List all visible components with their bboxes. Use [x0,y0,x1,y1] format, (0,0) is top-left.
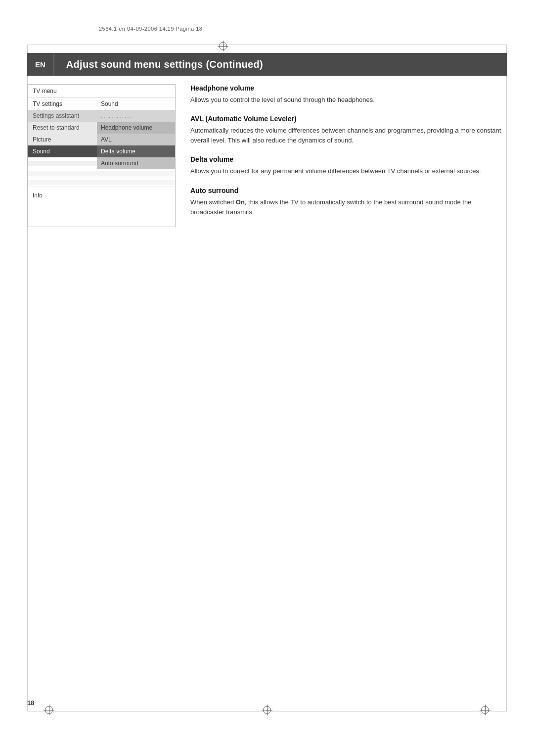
menu-left-reset: Reset to standard [28,122,97,134]
menu-right-sound: Sound [97,98,175,110]
desc-title-headphone: Headphone volume [190,84,507,92]
top-border [27,45,507,45]
desc-title-delta: Delta volume [190,155,507,163]
menu-left-empty1 [28,161,97,166]
menu-left-sound: Sound [28,145,97,157]
menu-right-headphone: Headphone volume [97,122,175,134]
desc-body-avl: Automatically reduces the volume differe… [190,126,507,145]
meta-line: 2564.1 en 04-09-2006 14:19 Pagina 18 [99,26,202,32]
content-area: TV menu TV settings Sound Settings assis… [27,84,507,227]
desc-auto-surround: Auto surround When switched On, this all… [190,187,507,217]
en-badge: EN [27,53,54,76]
tv-menu-panel: TV menu TV settings Sound Settings assis… [27,84,176,227]
desc-title-avl: AVL (Automatic Volume Leveler) [190,115,507,123]
menu-row-settings-assistant: Settings assistant ............ [28,110,175,122]
menu-row-picture: Picture AVL [28,134,175,145]
desc-headphone-volume: Headphone volume Allows you to control t… [190,84,507,105]
title-bar: EN Adjust sound menu settings (Continued… [27,53,507,76]
menu-row-empty2 [28,178,175,187]
desc-body-auto-surround: When switched On, this allows the TV to … [190,197,507,217]
desc-body-delta: Allows you to correct for any permanent … [190,166,507,176]
menu-right-auto-surround: Auto surround [97,157,175,169]
menu-right-avl: AVL [97,134,175,145]
menu-row-auto-surround: Auto surround [28,157,175,169]
crosshair-topleft [218,41,228,51]
menu-right-dots: ............ [97,110,175,122]
page-number: 18 [27,699,34,707]
crosshair-bottommid [262,705,272,715]
info-row: Info [28,189,175,202]
menu-left-picture: Picture [28,134,97,145]
menu-right-delta: Delta volume [97,145,175,157]
desc-avl: AVL (Automatic Volume Leveler) Automatic… [190,115,507,145]
menu-left-settings-assistant: Settings assistant [28,110,97,122]
crosshair-bottomright [480,705,490,715]
menu-row-sound: Sound Delta volume [28,145,175,157]
desc-panel: Headphone volume Allows you to control t… [190,84,507,227]
page-title: Adjust sound menu settings (Continued) [54,59,263,70]
desc-body-headphone: Allows you to control the level of sound… [190,95,507,105]
menu-row-reset: Reset to standard Headphone volume [28,122,175,134]
tv-menu-header: TV menu [28,85,175,98]
desc-delta-volume: Delta volume Allows you to correct for a… [190,155,507,176]
crosshair-bottomleft [44,705,54,715]
desc-title-auto-surround: Auto surround [190,187,507,194]
menu-left-tv-settings: TV settings [28,98,97,110]
menu-row-empty1 [28,169,175,178]
menu-row-tv-settings: TV settings Sound [28,98,175,110]
